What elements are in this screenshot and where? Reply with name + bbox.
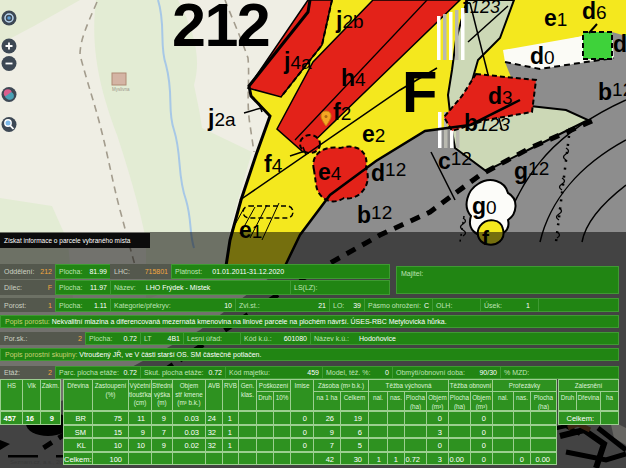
svg-text:j4a: j4a bbox=[283, 48, 312, 74]
svg-text:j2a: j2a bbox=[207, 105, 236, 131]
svg-text:e4: e4 bbox=[318, 159, 342, 185]
svg-text:h4: h4 bbox=[341, 65, 366, 91]
svg-text:f123: f123 bbox=[463, 0, 500, 17]
svg-text:d3: d3 bbox=[488, 83, 513, 109]
svg-text:g0: g0 bbox=[472, 193, 497, 219]
svg-text:d0: d0 bbox=[530, 43, 555, 69]
svg-text:f4: f4 bbox=[264, 151, 283, 177]
svg-text:b123: b123 bbox=[464, 110, 510, 136]
svg-text:e1: e1 bbox=[544, 5, 567, 31]
svg-text:212: 212 bbox=[172, 0, 269, 59]
svg-text:e2: e2 bbox=[362, 121, 385, 147]
svg-text:F: F bbox=[402, 59, 437, 124]
svg-text:f2: f2 bbox=[333, 99, 351, 125]
svg-text:j2b: j2b bbox=[335, 7, 364, 33]
svg-text:d: d bbox=[613, 31, 626, 57]
svg-text:d6: d6 bbox=[582, 0, 607, 24]
svg-text:Myslivna: Myslivna bbox=[112, 87, 130, 92]
